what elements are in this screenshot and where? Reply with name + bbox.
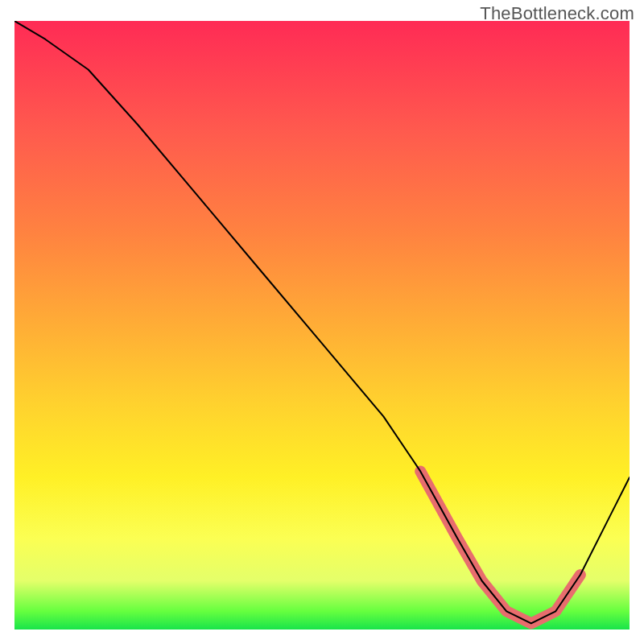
chart-container: TheBottleneck.com xyxy=(0,0,644,644)
plot-area xyxy=(14,21,630,630)
optimal-range-highlight xyxy=(420,471,580,623)
chart-svg xyxy=(14,21,630,630)
bottleneck-curve xyxy=(14,21,630,623)
watermark-text: TheBottleneck.com xyxy=(480,3,634,24)
